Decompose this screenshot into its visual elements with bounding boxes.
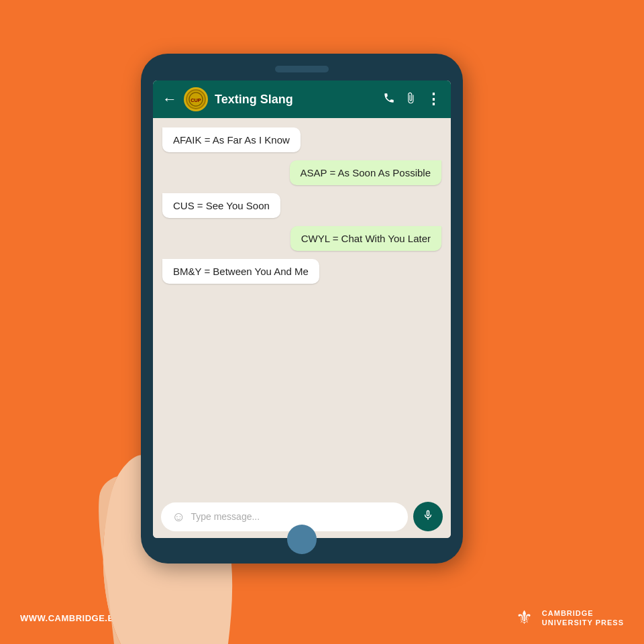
phone-speaker [275,66,329,72]
chat-area: AFAIK = As Far As I Know ASAP = As Soon … [153,118,451,495]
header-icons: ⋮ [383,91,441,108]
message-1: AFAIK = As Far As I Know [162,127,301,152]
message-5: BM&Y = Between You And Me [162,259,319,284]
message-2: ASAP = As Soon As Possible [290,160,441,185]
app-screen: ← CUP Texting Slang [153,80,451,538]
message-input-field[interactable]: ☺ Type message... [161,502,408,531]
avatar: CUP [184,87,208,111]
more-options-icon[interactable]: ⋮ [426,91,441,108]
message-4: CWYL = Chat With You Later [290,226,441,251]
svg-text:⚜: ⚜ [515,607,532,628]
mic-button[interactable] [413,502,443,531]
emoji-icon[interactable]: ☺ [172,509,185,525]
cambridge-crest-icon: ⚜ [511,605,537,631]
svg-text:CUP: CUP [191,97,201,103]
phone-body: ← CUP Texting Slang [141,54,463,564]
app-header: ← CUP Texting Slang [153,80,451,118]
message-3: CUS = See You Soon [162,193,280,218]
mic-icon [422,509,434,525]
chat-title: Texting Slang [215,93,376,107]
phone-device: ← CUP Texting Slang [141,54,463,564]
call-icon[interactable] [383,92,395,107]
input-placeholder: Type message... [191,511,260,522]
home-button[interactable] [287,525,317,554]
cambridge-logo-text: CAMBRIDGE UNIVERSITY PRESS [542,608,624,628]
cambridge-avatar: CUP [186,89,206,109]
back-button[interactable]: ← [162,91,177,108]
attachment-icon[interactable] [405,92,417,107]
cambridge-press-logo: ⚜ CAMBRIDGE UNIVERSITY PRESS [511,605,624,631]
